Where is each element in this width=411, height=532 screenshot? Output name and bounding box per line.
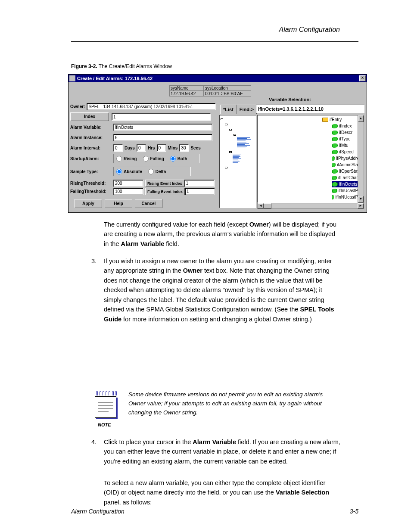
alarm-form: Index Alarm Variable: Alarm Instance: Al… [70,112,217,196]
note-text: Some device firmware versions do not per… [128,390,341,417]
startup-both-radio[interactable]: Both [170,156,187,162]
interval-secs-input[interactable] [179,144,189,152]
leaf-icon [332,182,338,187]
falling-event-index-button[interactable]: Falling Event Index [145,188,185,195]
alarm-instance-input[interactable] [113,134,212,141]
step-3-number: 3. [91,256,101,266]
owner-label: Owner: [70,104,85,109]
tree-horizontal-scrollbar[interactable]: ◄ ► [257,203,364,209]
para-2: If you wish to assign a new owner to the… [104,256,340,324]
syslocation-label: sysLocation [204,85,251,90]
variable-selection-input[interactable] [256,105,364,113]
topology-pane[interactable] [219,115,256,208]
folder-icon [322,118,328,122]
window-icon [69,75,75,81]
para-4: Click to place your cursor in the Alarm … [104,437,340,466]
window-client: sysName 172.19.56.42 sysLocation 00:00:1… [68,82,367,212]
close-button[interactable]: × [359,75,366,81]
startup-falling-radio[interactable]: Falling [143,156,164,162]
alarm-variable-label: Alarm Variable: [70,125,113,130]
para-1: The currently configured value for each … [104,220,340,249]
sysname-value: 172.19.56.42 [169,90,204,96]
scroll-up-arrow-icon[interactable]: ▲ [358,115,364,122]
owner-input[interactable] [87,103,216,110]
hrs-unit: Hrs [146,146,157,150]
scroll-right-arrow-icon[interactable]: ► [358,203,364,208]
leaf-icon [332,137,338,141]
mins-unit: Mins [166,146,180,150]
figure-number: Figure 3-2. [71,63,97,69]
help-button[interactable]: Help [105,199,132,208]
footer-section-title: Alarm Configuration [71,508,125,515]
list-button[interactable]: *List [220,105,237,114]
sample-absolute-radio[interactable]: Absolute [116,169,142,174]
falling-threshold-label: FallingThreshold: [70,189,113,194]
alarm-variable-input[interactable] [113,124,212,131]
leaf-icon [332,124,338,128]
note-icon [95,391,118,418]
startup-rising-radio[interactable]: Rising [116,156,137,162]
falling-event-index-input[interactable] [185,188,215,195]
days-unit: Days [123,146,137,150]
leaf-icon [332,163,336,167]
para-5: To select a new alarm variable, you can … [104,478,340,507]
sample-delta-radio[interactable]: Delta [148,169,166,174]
alarm-instance-label: Alarm Instance: [70,135,113,140]
leaf-icon [332,131,338,135]
list-find-buttons: *List Find-> [220,105,257,114]
secs-unit: Secs [189,146,202,150]
syslocation-value: 00:00:1D:BB:B0:AF [204,90,251,96]
create-edit-alarms-window: Create / Edit Alarms: 172.19.56.42 × sys… [68,74,367,213]
sample-type-label: Sample Type: [70,169,113,174]
scroll-down-arrow-icon[interactable]: ▼ [358,196,364,202]
step-4-number: 4. [91,437,101,447]
note-label: NOTE [98,421,124,429]
rising-event-index-button[interactable]: Rising Event Index [145,180,184,187]
cancel-button[interactable]: Cancel [135,199,162,208]
interval-hrs-input[interactable] [137,144,146,152]
scroll-thumb[interactable] [264,203,271,208]
index-input[interactable] [112,113,211,121]
apply-button[interactable]: Apply [75,199,102,208]
startup-alarm-label: StartupAlarm: [70,156,113,161]
figure-caption: Figure 3-2. The Create/Edit Alarms Windo… [71,63,172,69]
window-title: Create / Edit Alarms: 172.19.56.42 [77,76,153,81]
variable-selection-label: Variable Selection: [269,97,311,102]
index-button[interactable]: Index [70,112,109,121]
rising-threshold-input[interactable] [113,180,143,187]
titlebar[interactable]: Create / Edit Alarms: 172.19.56.42 × [68,75,367,82]
page-number: 3-5 [350,508,358,515]
dialog-buttons: Apply Help Cancel [75,199,162,208]
rising-threshold-label: RisingThreshold: [70,181,113,186]
sysname-label: sysName [169,85,204,90]
rising-event-index-input[interactable] [184,180,215,187]
page-header: Alarm Configuration [279,26,340,34]
leaf-icon [332,189,337,193]
leaf-icon [332,169,338,174]
mib-tree-pane[interactable]: ifEntryifIndexifDescrifTypeifMtuifSpeedi… [257,115,364,203]
scroll-left-arrow-icon[interactable]: ◄ [258,203,264,208]
owner-row: Owner: [70,103,216,110]
leaf-icon [332,195,334,199]
interval-mins-input[interactable] [157,144,166,152]
falling-threshold-input[interactable] [113,188,143,195]
interval-days-input[interactable] [113,144,123,152]
leaf-icon [332,143,338,148]
leaf-icon [332,150,338,154]
header-rule [71,41,358,42]
figure-title: The Create/Edit Alarms Window [97,63,172,69]
find-button[interactable]: Find-> [237,105,257,114]
alarm-interval-label: Alarm Interval: [70,146,113,150]
leaf-icon [332,176,337,180]
tree-vertical-scrollbar[interactable]: ▲ ▼ [358,115,364,203]
sys-info: sysName 172.19.56.42 sysLocation 00:00:1… [169,85,251,96]
leaf-icon [332,156,335,161]
